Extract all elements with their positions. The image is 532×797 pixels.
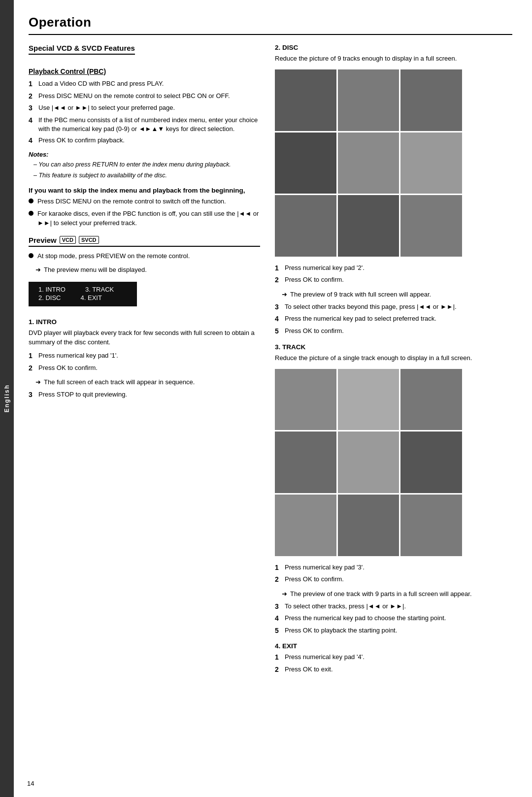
step-text: Press DISC MENU on the remote control to…: [38, 92, 230, 101]
two-column-layout: Special VCD & SVCD Features Playback Con…: [29, 44, 512, 680]
vcd-badge: VCD: [60, 236, 76, 244]
list-item: 1 Load a Video CD with PBC and press PLA…: [29, 79, 260, 89]
notes-block: Notes: – You can also press RETURN to en…: [29, 151, 260, 180]
list-item: 3 To select other tracks beyond this pag…: [275, 302, 506, 312]
menu-item-exit: 4. EXIT: [81, 294, 102, 301]
list-item: For karaoke discs, even if the PBC funct…: [29, 209, 260, 228]
track-heading: 3. TRACK: [275, 343, 506, 351]
bullet-icon: [29, 211, 33, 216]
step-num: 1: [29, 351, 35, 361]
right-column: 2. DISC Reduce the picture of 9 tracks e…: [275, 44, 506, 680]
list-item: 5 Press OK to confirm.: [275, 327, 506, 336]
arrow-item: ➜ The full screen of each track will app…: [35, 378, 260, 387]
bullet-text: At stop mode, press PREVIEW on the remot…: [37, 252, 190, 261]
grid-cell: [400, 195, 462, 257]
step-num: 4: [29, 116, 35, 133]
intro-steps-list: 1 Press numerical key pad '1'. 2 Press O…: [29, 351, 260, 373]
step-text: Press OK to confirm.: [285, 327, 344, 336]
playback-heading: Playback Control (PBC): [29, 67, 260, 75]
list-item: 2 Press OK to confirm.: [275, 575, 506, 585]
preview-menu-box: 1. INTRO 3. TRACK 2. DISC 4. EXIT: [29, 282, 137, 306]
step-num: 2: [275, 575, 282, 585]
note-item-1: – You can also press RETURN to enter the…: [29, 160, 260, 169]
step-num: 1: [275, 653, 282, 663]
exit-heading: 4. EXIT: [275, 642, 506, 650]
list-item: 4 If the PBC menu consists of a list of …: [29, 116, 260, 133]
main-content: Operation Special VCD & SVCD Features Pl…: [14, 0, 532, 797]
step-text: Press OK to confirm.: [285, 575, 344, 585]
grid-cell: [338, 369, 399, 431]
bullet-icon: [29, 253, 33, 258]
list-item: Press DISC MENU on the remote control to…: [29, 197, 260, 206]
menu-item-intro: 1. INTRO: [38, 286, 66, 293]
menu-item-disc: 2. DISC: [38, 294, 61, 301]
skip-bullet-list: Press DISC MENU on the remote control to…: [29, 197, 260, 228]
note-item-2: – This feature is subject to availabilit…: [29, 171, 260, 180]
disc-image-grid: [275, 69, 462, 257]
step-text: Load a Video CD with PBC and press PLAY.: [38, 79, 164, 89]
section-heading: Special VCD & SVCD Features: [29, 44, 135, 55]
disc-description: Reduce the picture of 9 tracks enough to…: [275, 54, 506, 64]
step-text: Press OK to confirm playback.: [38, 136, 125, 146]
svcd-badge: SVCD: [79, 236, 99, 244]
disc-steps-list: 1 Press numerical key pad '2'. 2 Press O…: [275, 264, 506, 285]
bullet-text: Press DISC MENU on the remote control to…: [37, 197, 226, 206]
preview-label: Preview: [29, 236, 57, 244]
step-text: Press the numerical key pad to select pr…: [285, 314, 436, 324]
step-text: To select other tracks beyond this page,…: [285, 302, 457, 312]
step-num: 2: [29, 364, 35, 373]
step-num: 5: [275, 327, 282, 336]
bullet-text: For karaoke discs, even if the PBC funct…: [37, 209, 260, 228]
list-item: 2 Press OK to confirm.: [29, 364, 260, 373]
track-steps-list: 1 Press numerical key pad '3'. 2 Press O…: [275, 563, 506, 585]
list-item: 3 Press STOP to quit previewing.: [29, 390, 260, 400]
list-item: 2 Press OK to confirm.: [275, 275, 506, 285]
page-title: Operation: [29, 15, 512, 30]
step-num: 3: [29, 103, 35, 113]
step-num: 1: [29, 79, 35, 89]
intro-heading: 1. INTRO: [29, 318, 260, 326]
preview-section: Preview VCD SVCD At stop mode, press PRE…: [29, 236, 260, 400]
step-text: Press numerical key pad '1'.: [38, 351, 118, 361]
list-item: 5 Press OK to playback the starting poin…: [275, 626, 506, 636]
grid-cell: [400, 133, 462, 194]
list-item: 1 Press numerical key pad '3'.: [275, 563, 506, 573]
step-text: Press STOP to quit previewing.: [38, 390, 127, 400]
grid-cell: [275, 432, 336, 493]
page-number: 14: [27, 780, 34, 787]
step-text: If the PBC menu consists of a list of nu…: [38, 116, 260, 133]
page-container: English Operation Special VCD & SVCD Fea…: [0, 0, 532, 797]
list-item: 2 Press DISC MENU on the remote control …: [29, 92, 260, 101]
step-num: 4: [275, 314, 282, 324]
grid-cell: [400, 432, 462, 493]
step-text: Press numerical key pad '4'.: [285, 653, 365, 663]
grid-cell: [275, 133, 336, 194]
notes-title: Notes:: [29, 151, 260, 158]
arrow-item: ➜ The preview of 9 track with full scree…: [282, 290, 506, 299]
step-num: 3: [29, 390, 35, 400]
step-num: 2: [275, 275, 282, 285]
left-column: Special VCD & SVCD Features Playback Con…: [29, 44, 260, 680]
step-text: Press OK to playback the starting point.: [285, 626, 397, 636]
menu-item-track: 3. TRACK: [85, 286, 114, 293]
step-text: Press numerical key pad '2'.: [285, 264, 365, 273]
list-item: 1 Press numerical key pad '1'.: [29, 351, 260, 361]
arrow-icon: ➜: [35, 266, 41, 275]
sidebar: English: [0, 0, 14, 797]
arrow-text: The preview of one track with 9 parts in…: [290, 590, 472, 599]
menu-row-1: 1. INTRO 3. TRACK: [38, 286, 127, 293]
skip-heading: If you want to skip the index menu and p…: [29, 187, 260, 194]
list-item: 4 Press the numerical key pad to choose …: [275, 614, 506, 624]
step-text: Press numerical key pad '3'.: [285, 563, 365, 573]
arrow-icon: ➜: [282, 290, 287, 299]
track-steps-continued: 3 To select other tracks, press |◄◄ or ►…: [275, 602, 506, 636]
grid-cell: [338, 495, 399, 556]
list-item: 4 Press OK to confirm playback.: [29, 136, 260, 146]
arrow-text: The preview menu will be displayed.: [44, 266, 147, 275]
intro-description: DVD player will playback every track for…: [29, 329, 260, 347]
list-item: 2 Press OK to exit.: [275, 665, 506, 675]
step-text: Press OK to confirm.: [38, 364, 98, 373]
list-item: 3 Use |◄◄ or ►►| to select your preferre…: [29, 103, 260, 113]
grid-cell: [275, 495, 336, 556]
grid-cell: [275, 369, 336, 431]
